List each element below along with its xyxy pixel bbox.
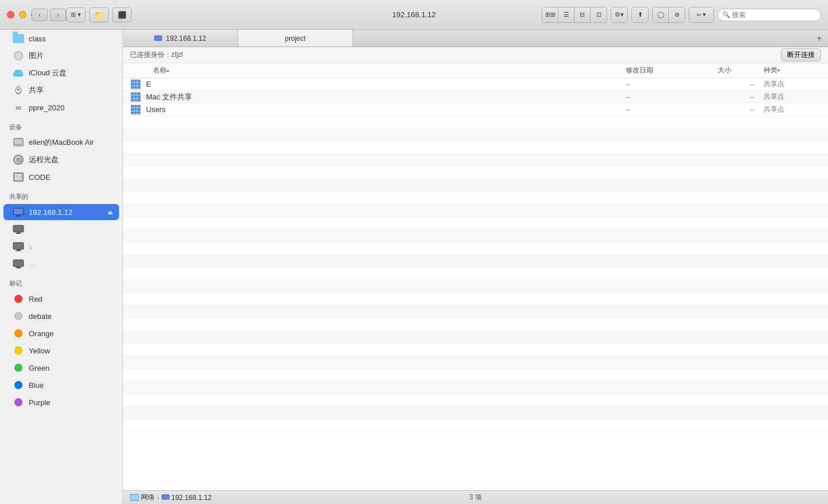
gallery-view-btn[interactable]: ⊡ [591,7,607,22]
icloud-icon [13,67,24,79]
sidebar-item-class[interactable]: class [3,30,119,47]
table-row-empty [123,255,828,268]
svg-rect-4 [14,139,22,144]
file-list-header: 名称 ▴ 修改日期 大小 种类 ▾ [123,63,828,78]
action-group: ⚙▾ [611,7,628,23]
svg-rect-17 [16,233,21,234]
airdrop-btn[interactable]: ⊛ [669,7,685,22]
share-button[interactable]: ⬛ [112,7,132,22]
network-icon [130,494,139,501]
view-options-button[interactable]: ⊞ ▾ [66,7,86,22]
svg-rect-23 [14,260,23,266]
shared-icon [13,84,24,96]
laptop-icon [13,137,24,148]
sidebar-item-ip4[interactable]: ... [3,256,119,272]
back-button[interactable]: ‹ [32,9,48,21]
table-row-empty [123,407,828,420]
table-row-empty [123,369,828,382]
col-name[interactable]: 名称 ▴ [123,66,621,75]
table-row-empty [123,331,828,344]
svg-rect-5 [17,145,20,146]
folder-icon [13,33,24,44]
tag-purple-icon [13,397,24,408]
table-row[interactable]: E -- -- 共享点 [123,78,828,91]
svg-rect-20 [17,249,20,251]
tab-192[interactable]: 192.168.1.12 [123,30,238,47]
svg-point-2 [17,89,20,91]
hdd-icon [13,171,24,183]
breadcrumb-ip: 192.168.1.12 [162,494,212,502]
upload-btn[interactable]: ⬆ [632,7,648,22]
sidebar-item-ip2[interactable] [3,221,119,237]
file-name-cell: Mac 文件共享 [123,91,621,103]
sidebar-item-label: CODE [29,173,114,182]
tab-add-button[interactable]: + [811,30,828,47]
monitor-icon-3 [13,241,24,252]
svg-rect-16 [17,232,20,233]
smb-share-icon [130,91,141,103]
col-date[interactable]: 修改日期 [621,66,713,75]
settings-btn[interactable]: ⚙▾ [611,7,627,22]
tab-bar: 192.168.1.12 project + [123,30,828,47]
close-button[interactable] [7,11,14,18]
sidebar-item-label: Red [29,295,114,303]
tag-yellow-icon [13,345,24,356]
circle-btn[interactable]: ◯ [653,7,669,22]
folder-button[interactable]: 📁 [89,7,109,22]
forward-button[interactable]: › [50,9,66,21]
sidebar-item-macbook[interactable]: ellen的MacBook Air [3,134,119,151]
item-count: 3 项 [469,493,482,502]
sidebar-item-label: v [29,243,114,251]
table-row[interactable]: Users -- -- 共享点 [123,103,828,116]
sidebar-item-label: iCloud 云盘 [29,68,114,78]
file-type-cell: 共享点 [759,105,828,114]
sidebar-item-label: 远程光盘 [29,155,114,165]
file-size-cell: -- [713,106,759,114]
sidebar-item-label: debate [29,312,114,321]
sidebar-item-shared[interactable]: 共享 [3,82,119,98]
connect-group: ◯ ⊛ [652,7,685,23]
column-view-btn[interactable]: ⊟ [574,7,591,22]
smb-share-icon [130,79,141,90]
table-row[interactable]: Mac 文件共享 -- -- 共享点 [123,91,828,103]
monitor-icon [13,206,24,218]
sort-arrow: ▴ [167,68,169,73]
tag-orange-icon [13,328,24,339]
search-input[interactable] [718,9,821,21]
sidebar-tag-blue[interactable]: Blue [3,377,119,393]
sidebar-tag-yellow[interactable]: Yellow [3,343,119,359]
sidebar-item-photos[interactable]: 图片 [3,48,119,64]
titlebar: ‹ › ⊞ ▾ 📁 ⬛ 192.168.1.12 ⊞⊞ ☰ ⊟ ⊡ ⚙▾ ⬆ ◯ [0,0,828,30]
file-type-cell: 共享点 [759,92,828,102]
table-row-empty [123,116,828,129]
tab-project[interactable]: project [238,30,353,47]
file-list: E -- -- 共享点 [123,78,828,490]
minimize-button[interactable] [19,11,26,18]
infinity-btn[interactable]: ∞ ▾ [689,7,714,22]
sidebar-item-ip3[interactable]: v [3,238,119,255]
sidebar-item-icloud[interactable]: iCloud 云盘 [3,65,119,81]
icon-view-btn[interactable]: ⊞⊞ [542,7,558,22]
sidebar-tag-green[interactable]: Green [3,360,119,376]
sidebar-tag-orange[interactable]: Orange [3,325,119,341]
sidebar-tag-red[interactable]: Red [3,291,119,307]
file-date-cell: -- [621,80,713,89]
disconnect-button[interactable]: 断开连接 [781,48,821,61]
sidebar: class 图片 iCloud 云盘 [0,30,123,504]
col-size[interactable]: 大小 [713,66,759,75]
sidebar-item-ppre2020[interactable]: ∞ ppre_2020 [3,99,119,116]
col-type[interactable]: 种类 ▾ [759,66,828,75]
sidebar-tag-purple[interactable]: Purple [3,394,119,410]
status-bar: 网络 › 192.168.1.12 3 项 [123,490,828,504]
list-view-btn[interactable]: ☰ [558,7,574,22]
table-row-empty [123,230,828,243]
sidebar-tag-debate[interactable]: debate [3,308,119,324]
sidebar-item-disc[interactable]: 远程光盘 [3,152,119,168]
sidebar-item-code[interactable]: CODE [3,169,119,185]
table-row-empty [123,141,828,154]
sidebar-item-ip1[interactable]: 192.168.1.12 ⏏ [3,204,119,220]
table-row-empty [123,205,828,217]
table-row-empty [123,344,828,356]
eject-button[interactable]: ⏏ [105,207,114,217]
breadcrumb-monitor-icon [162,494,170,501]
